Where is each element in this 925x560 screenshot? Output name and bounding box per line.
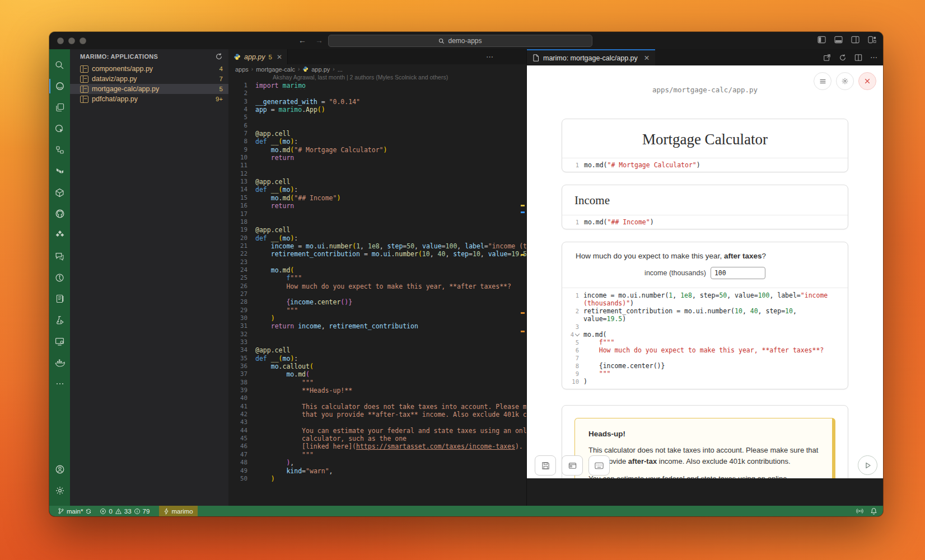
keyboard-shortcuts-button[interactable]: [588, 455, 610, 476]
breadcrumb-apps[interactable]: apps: [235, 66, 249, 73]
file-name: mortgage-calc/app.py: [92, 85, 216, 93]
traffic-light-minimize[interactable]: [68, 37, 75, 44]
code-line: 20def __(mo):: [228, 234, 526, 242]
cell-code[interactable]: mo.md("## Income"): [584, 218, 654, 226]
marimo-file-icon: [80, 96, 88, 103]
diamonds-icon[interactable]: [49, 224, 70, 246]
cell-code[interactable]: mo.md("# Mortgage Calculator"): [584, 161, 700, 169]
package-cube-icon[interactable]: [49, 182, 70, 203]
webview-tab-bar: marimo: mortgage-calc/app.py ✕ ⋯: [527, 49, 883, 65]
toggle-primary-sidebar-icon[interactable]: [817, 36, 826, 44]
comments-icon[interactable]: [49, 246, 70, 267]
remote-screen-icon[interactable]: [49, 331, 70, 352]
breadcrumb-more[interactable]: ...: [338, 66, 343, 73]
code-line: 5 f""": [562, 338, 848, 346]
refresh-icon[interactable]: [215, 53, 223, 60]
workspace-title: demo-apps: [448, 37, 482, 45]
breadcrumb-mortgage-calc[interactable]: mortgage-calc: [256, 66, 295, 73]
code-line: 41 This calculator does not take taxes i…: [228, 403, 526, 411]
code-line: 47 """: [228, 451, 526, 459]
info-count: 79: [143, 508, 150, 515]
overview-ruler[interactable]: [518, 49, 526, 506]
notebook-icon[interactable]: [49, 288, 70, 309]
problems-item[interactable]: 0 33 79: [97, 506, 152, 516]
fold-chevron-icon[interactable]: [575, 332, 580, 336]
callout-paragraph: This calculator does not take taxes into…: [588, 445, 819, 467]
nav-back-icon[interactable]: ←: [298, 35, 306, 45]
code-line: 8 {income.center()}: [562, 362, 848, 370]
code-editor[interactable]: 1import marimo23__generated_with = "0.0.…: [228, 82, 526, 506]
docker-icon[interactable]: [49, 352, 70, 373]
tests-icon[interactable]: [49, 309, 70, 331]
cell-count-badge: 9+: [216, 96, 223, 102]
reload-icon[interactable]: [839, 54, 847, 62]
income-input[interactable]: [711, 267, 765, 279]
code-line: 1import marimo: [228, 82, 526, 90]
tab-overflow-icon[interactable]: ⋯: [486, 53, 494, 61]
terraform-icon[interactable]: [49, 161, 70, 182]
broadcast-icon[interactable]: [856, 507, 863, 515]
status-bar: main* 0 33 79 marimo: [49, 506, 883, 516]
sidebar-marimo-applications: MARIMO: APPLICATIONS components/app.py4d…: [70, 49, 228, 506]
tab-close-icon[interactable]: ✕: [277, 53, 282, 61]
code-line: 26 How much do you expect to make this y…: [228, 283, 526, 290]
menu-button[interactable]: [814, 72, 831, 90]
code-line: 9 """: [562, 370, 848, 378]
toggle-panel-icon[interactable]: [834, 36, 843, 44]
more-actions-icon[interactable]: ⋯: [870, 53, 877, 62]
cell-code-block[interactable]: 1income = mo.ui.number(1, 1e8, step=50, …: [562, 288, 848, 389]
traffic-light-close[interactable]: [57, 37, 64, 44]
git-branch-item[interactable]: main*: [55, 506, 95, 516]
file-row[interactable]: components/app.py4: [70, 64, 228, 74]
github-icon[interactable]: [49, 203, 70, 224]
code-line: 38 """: [228, 379, 526, 387]
split-editor-icon[interactable]: [854, 54, 862, 62]
run-app-button[interactable]: [858, 455, 877, 475]
marimo-icon[interactable]: [49, 76, 70, 97]
open-external-icon[interactable]: [823, 54, 831, 62]
code-line: 36 mo.callout(: [228, 363, 526, 370]
file-row[interactable]: mortgage-calc/app.py5: [70, 84, 228, 94]
files-button[interactable]: [562, 455, 583, 476]
code-line: 3__generated_with = "0.0.14": [228, 98, 526, 106]
run-circle-icon[interactable]: [49, 267, 70, 288]
tab-app-py[interactable]: app.py 5 ✕: [228, 49, 288, 64]
run-inspect-icon[interactable]: [49, 118, 70, 139]
breadcrumb-app-py[interactable]: app.py: [311, 66, 330, 73]
code-line: 5: [228, 114, 526, 121]
marimo-status-item[interactable]: marimo: [159, 506, 197, 516]
file-row[interactable]: dataviz/app.py7: [70, 74, 228, 84]
app-settings-button[interactable]: [836, 72, 854, 90]
toggle-secondary-sidebar-icon[interactable]: [851, 36, 859, 44]
code-line: 10): [562, 378, 848, 385]
org-boxes-icon[interactable]: [49, 139, 70, 161]
python-icon: [302, 66, 309, 72]
error-count: 0: [109, 508, 112, 515]
account-icon[interactable]: [49, 459, 70, 480]
income-heading: Income: [562, 185, 848, 215]
file-name: components/app.py: [92, 65, 216, 73]
code-line: 21 income = mo.ui.number(1, 1e8, step=50…: [228, 242, 526, 250]
settings-gear-icon[interactable]: [49, 480, 70, 501]
save-button[interactable]: [535, 455, 556, 476]
code-line: 8def __(mo):: [228, 138, 526, 145]
line-number: 1: [562, 162, 584, 168]
shutdown-button[interactable]: [858, 72, 876, 90]
traffic-light-zoom[interactable]: [80, 37, 86, 44]
nav-forward-icon[interactable]: →: [315, 35, 323, 45]
code-line: 12: [228, 170, 526, 178]
tab-close-icon[interactable]: ✕: [644, 54, 650, 62]
editor-group: app.py 5 ✕ ⋯ apps› mortgage-calc› app.py…: [228, 49, 527, 506]
customize-layout-icon[interactable]: [868, 36, 876, 44]
notifications-bell-icon[interactable]: [870, 507, 877, 515]
file-row[interactable]: pdfchat/app.py9+: [70, 94, 228, 104]
search-icon[interactable]: [49, 54, 70, 76]
more-icon[interactable]: [49, 373, 70, 394]
pages-icon[interactable]: [49, 97, 70, 118]
breadcrumb[interactable]: apps› mortgage-calc› app.py› ...: [228, 64, 526, 74]
applications-file-list: components/app.py4dataviz/app.py7mortgag…: [70, 64, 228, 104]
code-line: 16 return: [228, 202, 526, 210]
code-line: 4mo.md(: [562, 331, 848, 338]
tab-marimo-webview[interactable]: marimo: mortgage-calc/app.py ✕: [527, 49, 655, 65]
command-center[interactable]: demo-apps: [328, 35, 592, 47]
